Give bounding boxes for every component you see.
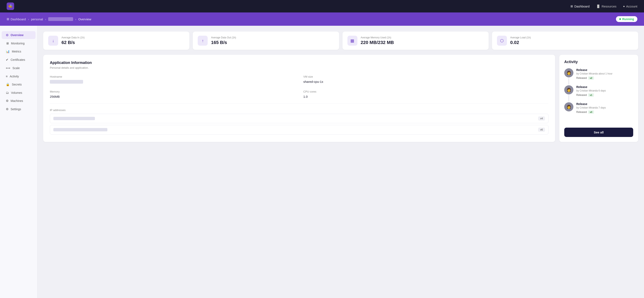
activity-panel: Activity 👩 Release by Cristian Miranda a… (559, 55, 638, 142)
ip-label: IP addresses (50, 108, 548, 112)
breadcrumb: ⊞ Dashboard › personal › › Overview (7, 17, 91, 21)
data-out-icon: ↑ (198, 36, 208, 46)
scale-icon: ⟺ (6, 66, 10, 70)
dashboard-nav-label: Dashboard (574, 4, 590, 8)
vm-size-section: VM size shared-cpu-1x (304, 75, 549, 84)
hostname-label: Hostname (50, 75, 295, 78)
top-nav: 🐝 ⊞ Dashboard ▐▌ Resources ● Account (0, 0, 644, 12)
memory-section: Memory 256MB (50, 90, 295, 98)
activity-content-1: Release by Cristian Miranda about 1 hour… (576, 68, 633, 85)
data-in-label: Average Data In (1h) (62, 36, 84, 39)
divider (50, 103, 548, 104)
avatar-1: 👩 (564, 68, 574, 77)
activity-status-2: Released v1 (576, 93, 633, 97)
data-out-label: Average Data Out (1h) (211, 36, 236, 39)
activity-meta-3: by Cristian Miranda 7 days (576, 106, 633, 109)
info-grid: Hostname VM size shared-cpu-1x Memory 25… (50, 75, 548, 98)
logo[interactable]: 🐝 (7, 2, 14, 10)
monitoring-icon: 🖥 (6, 41, 9, 45)
account-nav-icon: ● (623, 4, 625, 8)
machines-icon: ⚙ (6, 99, 8, 103)
sidebar-item-overview[interactable]: ⊙ Overview (2, 31, 36, 39)
vm-size-value: shared-cpu-1x (304, 80, 549, 83)
status-dot (619, 18, 621, 20)
nav-link-account[interactable]: ● Account (623, 4, 637, 8)
metrics-icon: 📊 (6, 50, 10, 53)
version-badge-1: v2 (588, 76, 594, 80)
memory-value: 220 MB/232 MB (361, 40, 394, 45)
see-all-button[interactable]: See all (564, 128, 633, 137)
load-label: Average Load (1h) (510, 36, 531, 39)
nav-link-resources[interactable]: ▐▌ Resources (596, 4, 616, 8)
nav-link-dashboard[interactable]: ⊞ Dashboard (570, 4, 590, 8)
cpu-section: CPU cores 1.0 (304, 90, 549, 98)
overview-icon: ⊙ (6, 33, 8, 37)
resources-nav-icon: ▐▌ (596, 4, 600, 8)
version-badge-3: v0 (588, 110, 594, 114)
activity-meta-2: by Cristian Miranda 6 days (576, 89, 633, 92)
sidebar-item-settings[interactable]: ⚙ Settings (2, 105, 36, 113)
volumes-icon: 🗂 (6, 91, 9, 94)
breadcrumb-bar: ⊞ Dashboard › personal › › Overview Runn… (0, 12, 644, 26)
sidebar-item-volumes[interactable]: 🗂 Volumes (2, 89, 36, 96)
ip-v4-address (53, 117, 95, 120)
activity-event-3: Release (576, 102, 633, 106)
activity-line-2 (568, 95, 569, 101)
breadcrumb-app-name (48, 17, 73, 21)
status-badge: Running (616, 16, 637, 22)
breadcrumb-personal[interactable]: personal (31, 17, 43, 21)
ip-v6-badge: v6 (538, 128, 545, 132)
activity-icon: ≡ (6, 74, 8, 78)
activity-status-1: Released v2 (576, 76, 633, 80)
ip-row-v6: v6 (50, 125, 548, 134)
ip-v6-address (53, 128, 107, 131)
sidebar-item-activity[interactable]: ≡ Activity (2, 72, 36, 80)
activity-content-2: Release by Cristian Miranda 6 days Relea… (576, 85, 633, 102)
breadcrumb-sep-2: › (45, 17, 46, 21)
memory-field-value: 256MB (50, 95, 295, 98)
stat-card-memory: ▦ Average Memory Used (1h) 220 MB/232 MB (342, 31, 489, 50)
memory-field-label: Memory (50, 90, 295, 93)
logo-icon: 🐝 (7, 2, 14, 10)
data-out-value: 165 B/s (211, 40, 236, 45)
breadcrumb-dashboard[interactable]: ⊞ Dashboard (7, 17, 26, 21)
settings-icon: ⚙ (6, 107, 8, 111)
data-in-value: 62 B/s (62, 40, 84, 45)
stat-card-data-out: ↑ Average Data Out (1h) 165 B/s (193, 31, 339, 50)
sidebar-item-metrics[interactable]: 📊 Metrics (2, 47, 36, 55)
top-nav-links: ⊞ Dashboard ▐▌ Resources ● Account (570, 4, 637, 8)
bottom-section: Application Information Personal details… (43, 55, 638, 142)
version-badge-2: v1 (588, 93, 594, 97)
breadcrumb-overview[interactable]: Overview (78, 17, 92, 21)
resources-nav-label: Resources (602, 4, 616, 8)
activity-item-2: 👩 Release by Cristian Miranda 6 days Rel… (564, 85, 633, 102)
dashboard-nav-icon: ⊞ (570, 4, 573, 8)
sidebar-item-machines[interactable]: ⚙ Machines (2, 97, 36, 105)
memory-label: Average Memory Used (1h) (361, 36, 394, 39)
breadcrumb-sep-3: › (75, 17, 76, 21)
stats-row: ↓ Average Data In (1h) 62 B/s ↑ Average … (43, 31, 638, 50)
avatar-3: 👩 (564, 102, 574, 111)
cpu-cores-label: CPU cores (304, 90, 549, 93)
sidebar-item-certificates[interactable]: ✔ Certificates (2, 56, 36, 64)
activity-content-3: Release by Cristian Miranda 7 days Relea… (576, 102, 633, 118)
activity-status-3: Released v0 (576, 110, 633, 114)
load-icon: ⬡ (497, 36, 507, 46)
app-info-card: Application Information Personal details… (43, 55, 555, 142)
sidebar-item-secrets[interactable]: 🔒 Secrets (2, 80, 36, 88)
breadcrumb-app[interactable] (48, 17, 73, 21)
sidebar: ⊙ Overview 🖥 Monitoring 📊 Metrics ✔ Cert… (0, 26, 38, 298)
sidebar-item-scale[interactable]: ⟺ Scale (2, 64, 36, 72)
ip-section: IP addresses v4 v6 (50, 108, 548, 134)
activity-event-2: Release (576, 85, 633, 89)
ip-row-v4: v4 (50, 114, 548, 123)
sidebar-item-monitoring[interactable]: 🖥 Monitoring (2, 39, 36, 47)
load-value: 0.02 (510, 40, 531, 45)
data-in-icon: ↓ (48, 36, 58, 46)
activity-item-1: 👩 Release by Cristian Miranda about 1 ho… (564, 68, 633, 85)
activity-item-3: 👩 Release by Cristian Miranda 7 days Rel… (564, 102, 633, 118)
memory-stat-icon: ▦ (348, 36, 358, 46)
stat-card-load: ⬡ Average Load (1h) 0.02 (492, 31, 638, 50)
main-layout: ⊙ Overview 🖥 Monitoring 📊 Metrics ✔ Cert… (0, 26, 644, 298)
activity-list: 👩 Release by Cristian Miranda about 1 ho… (564, 68, 633, 124)
